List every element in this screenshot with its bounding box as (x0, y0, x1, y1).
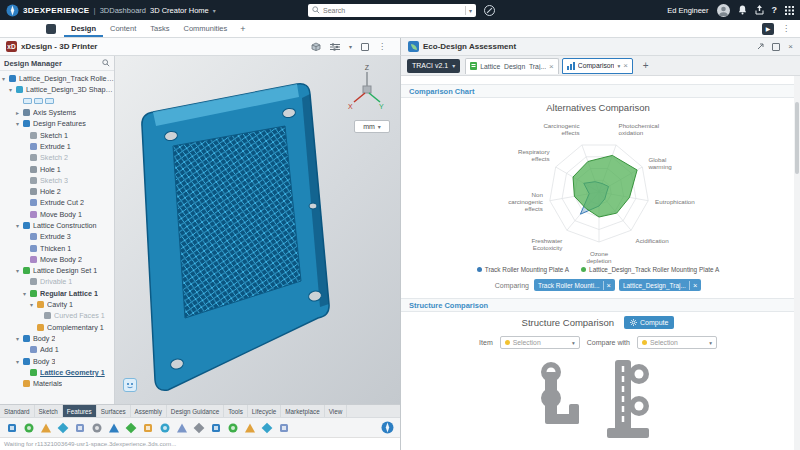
ribbon-tab-surfaces[interactable]: Surfaces (97, 405, 131, 417)
tree-item-move-body-2[interactable]: Move Body 2 (0, 254, 114, 265)
ribbon-tab-sketch[interactable]: Sketch (35, 405, 63, 417)
tree-item-add-1[interactable]: Add 1 (0, 344, 114, 355)
tree-item-lattice-design-track-roller-mount[interactable]: ▾Lattice_Design_Track Roller Mount... (0, 73, 114, 84)
mirror-tool-icon[interactable] (176, 422, 188, 434)
tree-caret-icon[interactable]: ▾ (9, 86, 16, 93)
compare-selection-dropdown[interactable]: Selection ▾ (637, 336, 717, 349)
thicken-tool-icon[interactable] (261, 422, 273, 434)
ribbon-tab-standard[interactable]: Standard (0, 405, 35, 417)
ribbon-tab-lifecycle[interactable]: Lifecycle (248, 405, 282, 417)
lattice-tool-icon[interactable] (210, 422, 222, 434)
scrollbar-thumb[interactable] (795, 102, 799, 174)
tree-item-status-badges[interactable] (0, 96, 114, 107)
close-tab-icon[interactable]: × (549, 62, 554, 71)
tree-item-sketch-2[interactable]: Sketch 2 (0, 152, 114, 163)
tree-search-icon[interactable] (102, 59, 110, 67)
3d-play-media-icon[interactable]: ▶ (762, 23, 774, 35)
tree-item-body-3[interactable]: ▾Body 3 (0, 355, 114, 366)
compass-tool-icon[interactable] (381, 421, 394, 434)
ribbon-tab-view[interactable]: View (325, 405, 348, 417)
platform-name[interactable]: 3DDashboard (100, 6, 146, 15)
tree-caret-icon[interactable]: ▾ (16, 335, 23, 342)
tree-item-extrude-1[interactable]: Extrude 1 (0, 141, 114, 152)
tree-caret-icon[interactable]: ▾ (2, 75, 9, 82)
render-style-icon[interactable] (311, 42, 321, 51)
app-switcher[interactable]: 3D Creator Home (150, 6, 209, 15)
measure-tool-icon[interactable] (278, 422, 290, 434)
tree-item-regular-lattice-1[interactable]: ▾Regular Lattice 1 (0, 288, 114, 299)
global-search[interactable]: ▾ (308, 4, 476, 17)
assessment-tab-comparison[interactable]: Comparison▾× (562, 58, 633, 74)
tree-item-body-2[interactable]: ▾Body 2 (0, 333, 114, 344)
add-assessment-tab-button[interactable]: + (638, 60, 654, 71)
tree-item-lattice-geometry-1[interactable]: Lattice Geometry 1 (0, 367, 114, 378)
boolean-tool-icon[interactable] (244, 422, 256, 434)
comparing-chip[interactable]: Track Roller Mounti...× (534, 279, 615, 291)
tree-caret-icon[interactable]: ▸ (16, 109, 23, 116)
tree-item-hole-1[interactable]: Hole 1 (0, 163, 114, 174)
fullscreen-icon[interactable] (361, 43, 369, 51)
rib-tool-icon[interactable] (159, 422, 171, 434)
tree-item-cavity-1[interactable]: ▾Cavity 1 (0, 299, 114, 310)
tree-caret-icon[interactable]: ▾ (16, 358, 23, 365)
tree-caret-icon[interactable]: ▾ (30, 301, 37, 308)
assessment-tab-lattice-design-traj[interactable]: Lattice_Design_Traj...× (465, 58, 559, 74)
add-dashboard-tab-button[interactable]: + (234, 24, 251, 34)
ribbon-tab-features[interactable]: Features (63, 405, 97, 417)
hole-tool-icon[interactable] (91, 422, 103, 434)
dashboard-tab-tasks[interactable]: Tasks (143, 20, 176, 37)
loft-tool-icon[interactable] (74, 422, 86, 434)
remove-chip-icon[interactable]: × (603, 281, 611, 290)
comparing-chip[interactable]: Lattice_Design_Traj...× (619, 279, 701, 291)
tree-caret-icon[interactable]: ▾ (16, 267, 23, 274)
apps-grid-icon[interactable] (785, 6, 794, 15)
tree-item-curved-faces-1[interactable]: Curved Faces 1 (0, 310, 114, 321)
tree-item-materials[interactable]: Materials (0, 378, 114, 389)
dashboard-tab-design[interactable]: Design (64, 20, 103, 37)
method-dropdown[interactable]: TRACI v2.1 ▾ (407, 59, 460, 73)
scrollbar[interactable] (794, 76, 800, 450)
tree-item-move-body-1[interactable]: Move Body 1 (0, 209, 114, 220)
tree-item-lattice-design-3d-shape-1[interactable]: ▾Lattice_Design_3D Shape 1 (0, 84, 114, 95)
ribbon-tab-assembly[interactable]: Assembly (131, 405, 167, 417)
structure-comparison-section-header[interactable]: Structure Comparison (401, 298, 795, 312)
display-settings-icon[interactable] (330, 43, 340, 51)
fillet-tool-icon[interactable] (108, 422, 120, 434)
do-not-disturb-icon[interactable] (484, 5, 495, 16)
split-tool-icon[interactable] (227, 422, 239, 434)
tree-item-extrude-3[interactable]: Extrude 3 (0, 231, 114, 242)
tree-item-sketch-1[interactable]: Sketch 1 (0, 129, 114, 140)
shell-tool-icon[interactable] (142, 422, 154, 434)
pattern-tool-icon[interactable] (193, 422, 205, 434)
viewport-more-icon[interactable]: ⋮ (378, 42, 386, 51)
extrude-tool-icon[interactable] (23, 422, 35, 434)
sweep-tool-icon[interactable] (57, 422, 69, 434)
compute-button[interactable]: Compute (624, 316, 674, 329)
dashboard-tab-content[interactable]: Content (103, 20, 143, 37)
tree-item-complementary-1[interactable]: Complementary 1 (0, 322, 114, 333)
revolve-tool-icon[interactable] (40, 422, 52, 434)
tree-caret-icon[interactable]: ▾ (16, 120, 23, 127)
tree-item-extrude-cut-2[interactable]: Extrude Cut 2 (0, 197, 114, 208)
ribbon-tab-design-guidance[interactable]: Design Guidance (167, 405, 224, 417)
tree-item-sketch-3[interactable]: Sketch 3 (0, 175, 114, 186)
notifications-bell-icon[interactable] (738, 5, 747, 15)
assistant-robot-icon[interactable] (123, 378, 137, 392)
comparison-chart-section-header[interactable]: Comparison Chart (401, 84, 795, 98)
sketch-tool-icon[interactable] (6, 422, 18, 434)
3ds-compass-logo[interactable] (6, 4, 19, 17)
tree-item-drivable-1[interactable]: Drivable 1 (0, 276, 114, 287)
tree-item-design-features[interactable]: ▾Design Features (0, 118, 114, 129)
app-switcher-caret-icon[interactable]: ▾ (213, 7, 216, 14)
tree-item-axis-systems[interactable]: ▸Axis Systems (0, 107, 114, 118)
3d-viewport[interactable]: Z X Y mm ▾ (115, 56, 400, 404)
orientation-triad[interactable]: Z X Y (344, 62, 390, 114)
units-dropdown[interactable]: mm ▾ (354, 120, 390, 133)
avatar[interactable] (717, 4, 730, 17)
popout-icon[interactable] (757, 43, 764, 50)
3d-model-lattice-plate[interactable] (123, 66, 348, 396)
more-options-icon[interactable]: ⋮ (782, 24, 790, 33)
remove-chip-icon[interactable]: × (689, 281, 697, 290)
dashboard-home-icon[interactable] (46, 24, 56, 34)
maximize-icon[interactable] (772, 43, 780, 51)
